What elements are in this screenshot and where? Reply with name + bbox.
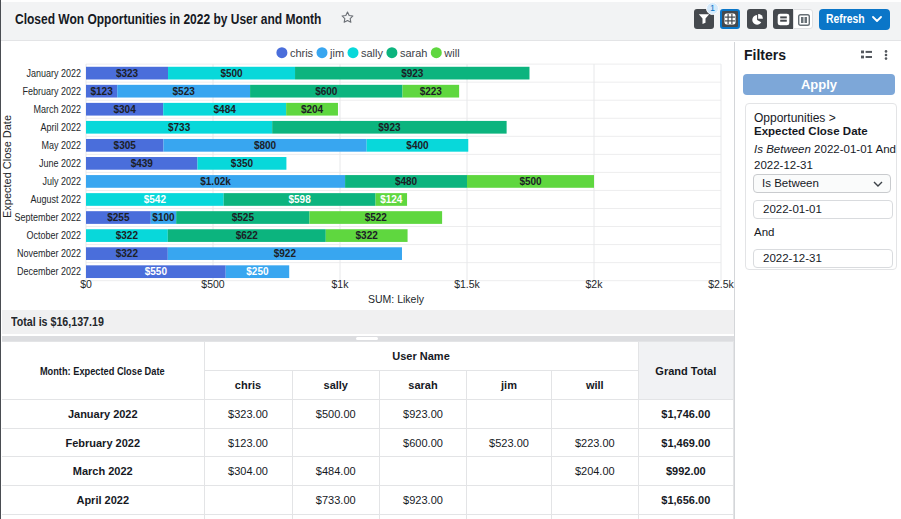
svg-text:$350: $350 (231, 158, 254, 169)
svg-text:$484: $484 (214, 104, 237, 115)
svg-text:SUM: Likely: SUM: Likely (368, 293, 425, 305)
svg-text:$622: $622 (236, 230, 259, 241)
svg-text:chris: chris (290, 47, 314, 59)
svg-text:$1k: $1k (332, 278, 350, 290)
svg-text:$600: $600 (315, 86, 338, 97)
svg-text:$204: $204 (301, 104, 324, 115)
svg-text:$525: $525 (232, 212, 255, 223)
svg-text:Expected Close Date: Expected Close Date (2, 115, 13, 218)
svg-text:$304: $304 (113, 104, 136, 115)
svg-text:November 2022: November 2022 (17, 247, 81, 259)
svg-text:$1.02k: $1.02k (200, 176, 231, 187)
svg-text:February 2022: February 2022 (23, 85, 82, 97)
svg-text:$800: $800 (254, 140, 277, 151)
svg-text:March 2022: March 2022 (33, 103, 81, 115)
svg-text:$124: $124 (380, 194, 403, 205)
svg-text:sarah: sarah (400, 47, 428, 59)
svg-text:$550: $550 (145, 266, 168, 277)
svg-text:$2.5k: $2.5k (708, 278, 734, 290)
svg-text:October 2022: October 2022 (27, 229, 82, 241)
svg-text:$500: $500 (220, 68, 243, 79)
svg-text:$2k: $2k (586, 278, 604, 290)
svg-text:$922: $922 (274, 248, 297, 259)
svg-text:$480: $480 (395, 176, 418, 187)
svg-text:$100: $100 (152, 212, 175, 223)
svg-text:$598: $598 (288, 194, 311, 205)
svg-text:sally: sally (361, 47, 384, 59)
svg-text:$523: $523 (173, 86, 196, 97)
svg-text:April 2022: April 2022 (41, 121, 82, 133)
svg-text:$255: $255 (107, 212, 130, 223)
svg-text:$733: $733 (168, 122, 191, 133)
svg-text:jim: jim (329, 47, 344, 59)
svg-text:$305: $305 (114, 140, 137, 151)
svg-text:$923: $923 (378, 122, 401, 133)
svg-text:$322: $322 (356, 230, 379, 241)
svg-text:$0: $0 (80, 278, 92, 290)
svg-text:May 2022: May 2022 (42, 139, 82, 151)
svg-text:$223: $223 (420, 86, 443, 97)
svg-text:$322: $322 (116, 230, 139, 241)
svg-text:$1.5k: $1.5k (454, 278, 480, 290)
svg-text:$522: $522 (365, 212, 388, 223)
svg-text:$500: $500 (201, 278, 225, 290)
svg-text:January 2022: January 2022 (27, 67, 82, 79)
svg-text:$400: $400 (406, 140, 429, 151)
svg-text:$923: $923 (401, 68, 424, 79)
svg-text:$250: $250 (246, 266, 269, 277)
svg-text:June 2022: June 2022 (39, 157, 81, 169)
svg-text:December 2022: December 2022 (17, 265, 81, 277)
svg-text:$323: $323 (116, 68, 139, 79)
svg-text:$500: $500 (519, 176, 542, 187)
svg-text:$439: $439 (131, 158, 154, 169)
svg-text:will: will (443, 47, 459, 59)
svg-text:August 2022: August 2022 (30, 193, 81, 205)
svg-text:$322: $322 (116, 248, 139, 259)
svg-text:September 2022: September 2022 (15, 211, 82, 223)
svg-text:$542: $542 (144, 194, 167, 205)
svg-text:$123: $123 (90, 86, 113, 97)
svg-text:July 2022: July 2022 (42, 175, 81, 187)
